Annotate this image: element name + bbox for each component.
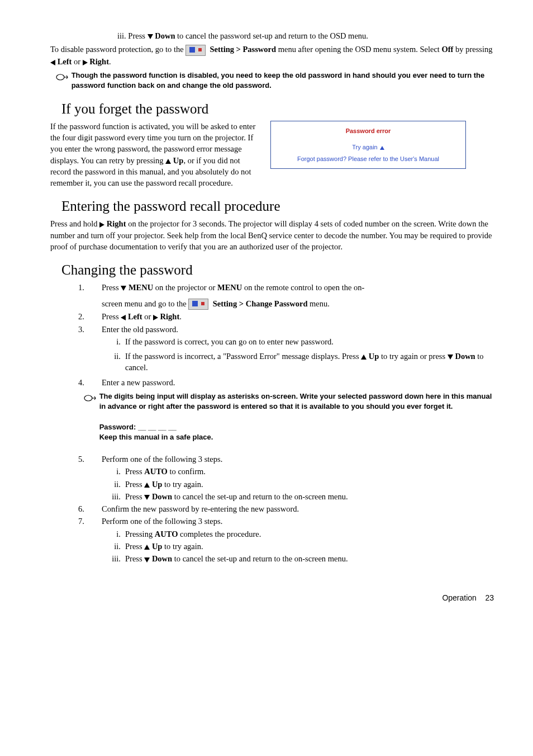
step-7-number: 7. [78,516,102,527]
c7ib: completes the procedure. [178,530,261,538]
menu-label-2: MENU [217,283,242,292]
down-arrow-icon [147,34,153,39]
c7iii-tail: to cancel the set-up and return to the o… [174,554,348,563]
c3iib: to try again or press [381,352,448,361]
auto-label-2: AUTO [155,530,178,538]
up-arrow-icon-4 [144,545,150,550]
step-7ii-rn: ii. [102,541,125,552]
c1d: screen menu and go to the [102,299,188,308]
c5iii: to cancel the set-up and return to the o… [174,492,348,501]
step-2-text: Press Left or Right. [102,311,499,322]
step-6-number: 6. [78,503,102,514]
disable-text-a: To disable password protection, go to th… [50,45,185,54]
step-5ii-text: Press Up to try again. [125,479,499,490]
right-label-2: Right [107,219,126,228]
step-4-number: 4. [78,377,102,388]
c2: Press [102,312,121,321]
step-5-text: Perform one of the following 3 steps. [102,453,499,465]
c7ii-tail: to try again. [164,542,203,551]
c5ib: to confirm. [168,467,206,476]
up-arrow-icon [165,159,171,164]
step-5-number: 5. [78,453,102,465]
setting-change-password-label: Setting > Change Password [213,299,308,308]
svg-point-0 [56,74,64,80]
down-arrow-icon-2 [121,286,126,291]
left-label-2: Left [128,312,142,321]
right-arrow-icon-3 [153,315,158,320]
password-error-box: Password error Try again Forgot password… [270,121,466,169]
c7ia: Pressing [125,530,155,538]
password-blank-line: Password: __ __ __ __ [99,423,177,431]
menu-label: MENU [129,283,153,292]
note2c: Keep this manual in a safe place. [99,433,213,441]
note-icon [56,70,69,82]
disable-text-d: by pressing [455,45,492,54]
up-label-4: Up [152,542,163,551]
step-1-number: 1. [78,282,102,310]
heading-recall-procedure: Entering the password recall procedure [61,196,499,216]
note-1-text: Though the password function is disabled… [72,70,498,91]
note-2-text: The digits being input will display as a… [99,391,498,442]
down-label-3: Down [152,492,172,501]
step-2-number: 2. [78,311,102,322]
c5ii: to try again. [164,480,203,489]
step-1-text: Press MENU on the projector or MENU on t… [102,282,499,310]
footer-section: Operation [442,593,476,602]
note2a: The digits being input will display as a… [99,392,492,410]
heading-change-password: Changing the password [61,260,499,280]
step-3ii-text: If the password is incorrect, a "Passwor… [125,351,499,374]
step-6-text: Confirm the new password by re-entering … [102,503,499,514]
setting-menu-icon-2 [188,299,208,310]
c5ia-3: Press [125,492,144,501]
step-3-text: Enter the old password. [102,324,499,335]
step-3-number: 3. [78,324,102,335]
up-label: Up [173,156,184,165]
step-4-text: Enter a new password. [102,377,499,388]
step-3i-text: If the password is correct, you can go o… [125,336,499,347]
step-3i-rn: i. [102,336,125,347]
c1c: on the remote control to open the on- [244,283,364,292]
c1a: Press [102,283,121,292]
iii-text: to cancel the password set-up and return… [177,31,368,40]
c5ia-2: Press [125,480,144,489]
recall-body-a: Press and hold [50,219,99,228]
error-title: Password error [273,127,463,135]
step-5i-rn: i. [102,466,125,477]
left-arrow-icon [50,60,55,65]
c1f: menu. [310,299,330,308]
down-arrow-icon-4 [144,495,150,500]
right-arrow-icon-2 [99,222,104,228]
step-7iii-rn: iii. [102,553,125,564]
step-3ii-rn: ii. [102,351,125,374]
up-arrow-icon-3 [144,483,150,488]
error-forgot-text: Forgot password? Please refer to the Use… [273,155,463,163]
step-7ii-text: Press Up to try again. [125,541,499,552]
left-label: Left [58,57,72,66]
step-5ii-rn: ii. [102,479,125,490]
right-arrow-icon [83,60,88,65]
error-try-again: Try again [273,143,463,152]
footer-page-number: 23 [485,593,494,602]
down-arrow-icon-5 [144,557,150,563]
auto-label: AUTO [144,467,168,476]
c7ii-press: Press [125,542,144,551]
setting-menu-icon [185,45,206,56]
note-icon-2 [84,391,97,403]
c7iii-press: Press [125,554,144,563]
step-5iii-rn: iii. [102,491,125,502]
disable-text-c: menu after opening the OSD menu system. … [278,45,442,54]
roman-iii-prefix: iii. Press [117,31,147,40]
period: . [109,57,111,66]
heading-forget-password: If you forget the password [61,99,499,119]
error-try-label: Try again [352,144,377,150]
down-label-4: Down [152,554,172,563]
down-label: Down [155,31,175,40]
left-arrow-icon-2 [121,315,126,320]
step-5i-text: Press AUTO to confirm. [125,466,499,477]
or-text: or [74,57,83,66]
period-2: . [179,312,182,321]
step-7i-rn: i. [102,528,125,540]
down-label-2: Down [455,352,475,361]
up-label-3: Up [152,480,163,489]
c5ia: Press [125,467,144,476]
